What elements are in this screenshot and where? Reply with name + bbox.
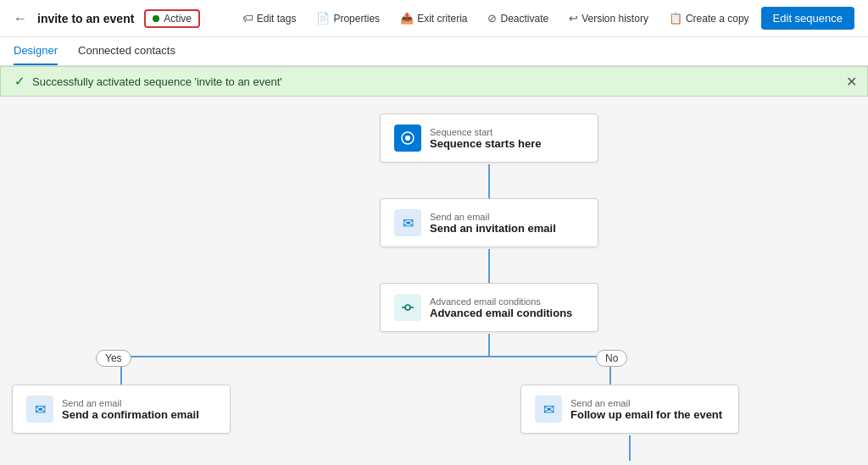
branch-no-label: No (596, 350, 627, 367)
exit-criteria-button[interactable]: 📤 Exit criteria (392, 8, 476, 28)
email-1-icon: ✉ (394, 209, 421, 236)
banner-message: Successfully activated sequence 'invite … (32, 75, 282, 88)
send-invitation-title: Send an invitation email (430, 222, 556, 235)
branch-yes-label: Yes (96, 350, 131, 367)
flow-container: Sequence start Sequence starts here ✉ Se… (0, 97, 868, 461)
send-followup-title: Follow up email for the event (570, 408, 722, 421)
advanced-conditions-1-node[interactable]: Advanced email conditions Advanced email… (380, 283, 598, 332)
send-confirmation-node[interactable]: ✉ Send an email Send a confirmation emai… (12, 385, 231, 434)
edit-tags-label: Edit tags (257, 13, 297, 25)
exit-criteria-label: Exit criteria (417, 13, 467, 25)
advanced-conditions-1-label: Advanced email conditions (430, 296, 572, 307)
send-invitation-label: Send an email (430, 212, 556, 222)
deactivate-label: Deactivate (500, 13, 548, 25)
deactivate-icon: ⊘ (487, 12, 497, 25)
active-label: Active (164, 13, 192, 25)
success-banner: ✓ Successfully activated sequence 'invit… (0, 66, 868, 97)
tab-designer[interactable]: Designer (14, 37, 58, 65)
sequence-start-icon (394, 125, 421, 152)
create-copy-button[interactable]: 📋 Create a copy (660, 8, 758, 28)
close-banner-button[interactable]: ✕ (846, 74, 857, 90)
properties-label: Properties (333, 13, 380, 25)
edit-sequence-button[interactable]: Edit sequence (761, 7, 854, 30)
tag-icon: 🏷 (242, 12, 253, 25)
send-followup-node[interactable]: ✉ Send an email Follow up email for the … (520, 385, 739, 434)
subnav: Designer Connected contacts (0, 37, 868, 66)
exit-icon: 📤 (400, 12, 414, 25)
email-3-icon: ✉ (535, 396, 562, 423)
create-copy-label: Create a copy (686, 13, 749, 25)
header-actions: 🏷 Edit tags 📄 Properties 📤 Exit criteria… (234, 7, 854, 30)
version-history-label: Version history (581, 13, 648, 25)
active-dot (153, 15, 159, 22)
history-icon: ↩ (569, 12, 578, 25)
sequence-start-label: Sequence start (430, 127, 542, 137)
conditions-1-icon (394, 294, 421, 321)
edit-tags-button[interactable]: 🏷 Edit tags (234, 8, 305, 28)
copy-icon: 📋 (669, 12, 682, 25)
document-icon: 📄 (316, 12, 330, 25)
tab-connected-contacts[interactable]: Connected contacts (78, 37, 175, 65)
properties-button[interactable]: 📄 Properties (308, 8, 388, 28)
sequence-start-node[interactable]: Sequence start Sequence starts here (380, 113, 598, 163)
check-icon: ✓ (14, 74, 25, 89)
header: ← invite to an event Active 🏷 Edit tags … (0, 0, 868, 37)
deactivate-button[interactable]: ⊘ Deactivate (479, 8, 557, 28)
sequence-start-title: Sequence starts here (430, 137, 542, 150)
send-confirmation-title: Send a confirmation email (62, 408, 199, 421)
email-2-icon: ✉ (26, 396, 53, 423)
send-confirmation-label: Send an email (62, 398, 199, 408)
canvas: Sequence start Sequence starts here ✉ Se… (0, 97, 868, 461)
send-invitation-node[interactable]: ✉ Send an email Send an invitation email (380, 198, 598, 247)
page-title: invite to an event (37, 12, 134, 25)
version-history-button[interactable]: ↩ Version history (560, 8, 657, 28)
advanced-conditions-1-title: Advanced email conditions (430, 307, 572, 319)
send-followup-label: Send an email (570, 398, 722, 408)
active-badge: Active (144, 9, 200, 28)
back-button[interactable]: ← (14, 11, 27, 26)
